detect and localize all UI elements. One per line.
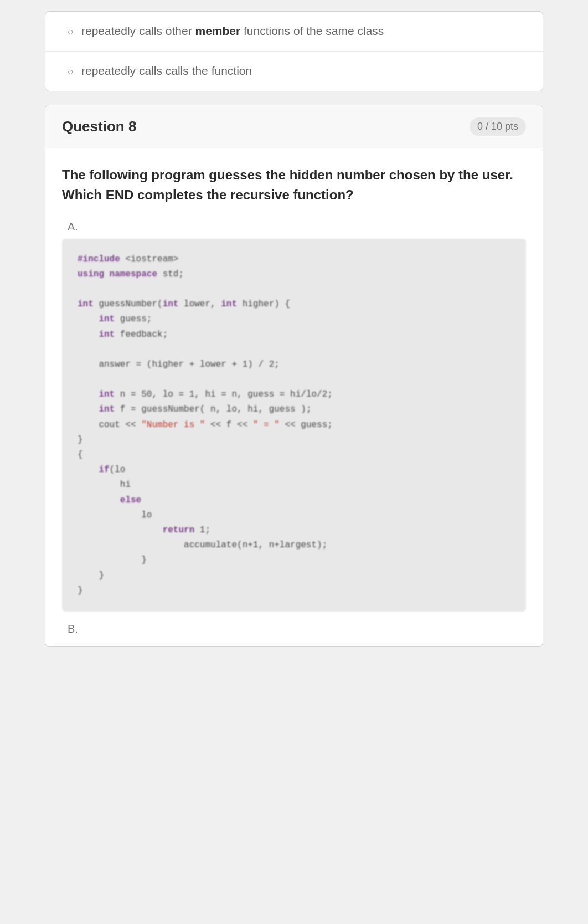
code-line-10: int n = 50, lo = 1, hi = n, guess = hi/l… bbox=[78, 387, 510, 402]
question-points: 0 / 10 pts bbox=[470, 117, 526, 136]
code-line-16: hi bbox=[78, 478, 510, 492]
code-line-17: else bbox=[78, 493, 510, 508]
code-line-19: return 1; bbox=[78, 523, 510, 538]
previous-answers-card: ○ repeatedly calls other member function… bbox=[45, 11, 543, 91]
code-line-22: } bbox=[78, 568, 510, 583]
code-line-11: int f = guessNumber( n, lo, hi, guess ); bbox=[78, 402, 510, 417]
code-line-21: } bbox=[78, 553, 510, 568]
question-card: Question 8 0 / 10 pts The following prog… bbox=[45, 105, 543, 647]
answer-option-2[interactable]: ○ repeatedly calls calls the function bbox=[45, 52, 543, 91]
code-line-5: int guess; bbox=[78, 312, 510, 327]
code-line-18: lo bbox=[78, 508, 510, 523]
question-number: Question 8 bbox=[62, 118, 136, 135]
code-line-1: #include <iostream> bbox=[78, 252, 510, 267]
code-line-9 bbox=[78, 372, 510, 387]
answer-option-1[interactable]: ○ repeatedly calls other member function… bbox=[45, 12, 543, 52]
option-bullet-1: ○ bbox=[68, 26, 74, 37]
question-body: The following program guesses the hidden… bbox=[45, 148, 543, 646]
answer-text-1: repeatedly calls other member functions … bbox=[81, 24, 384, 37]
code-line-20: accumulate(n+1, n+largest); bbox=[78, 538, 510, 553]
code-line-13: } bbox=[78, 433, 510, 448]
code-block-a: #include <iostream> using namespace std;… bbox=[62, 239, 526, 612]
code-line-3 bbox=[78, 282, 510, 297]
code-line-2: using namespace std; bbox=[78, 267, 510, 282]
code-line-14: { bbox=[78, 448, 510, 463]
option-b-label: B. bbox=[68, 623, 526, 635]
code-line-23: } bbox=[78, 583, 510, 598]
option-bullet-2: ○ bbox=[68, 66, 74, 77]
answer-text-2: repeatedly calls calls the function bbox=[81, 64, 252, 77]
page-container: ○ repeatedly calls other member function… bbox=[45, 11, 543, 647]
code-line-7 bbox=[78, 342, 510, 357]
question-header: Question 8 0 / 10 pts bbox=[45, 105, 543, 148]
code-line-12: cout << "Number is " << f << " = " << gu… bbox=[78, 418, 510, 433]
code-line-8: answer = (higher + lower + 1) / 2; bbox=[78, 357, 510, 372]
code-line-4: int guessNumber(int lower, int higher) { bbox=[78, 297, 510, 312]
code-line-15: if(lo bbox=[78, 463, 510, 478]
option-a-label: A. bbox=[68, 220, 526, 233]
question-text: The following program guesses the hidden… bbox=[62, 165, 526, 205]
code-line-6: int feedback; bbox=[78, 327, 510, 342]
